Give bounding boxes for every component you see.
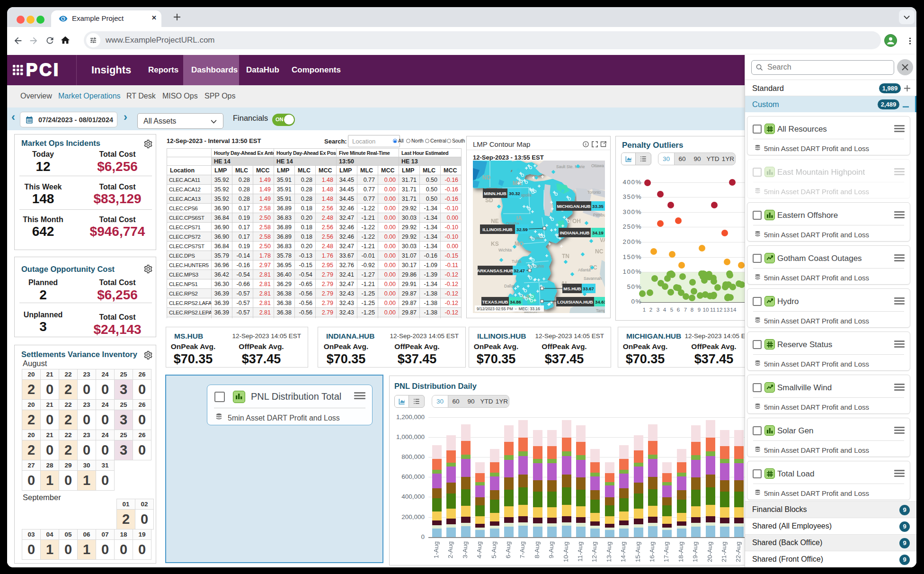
svg-text:32.47: 32.47 [514,268,525,273]
svg-text:TN: TN [562,253,569,260]
svg-text:34.63: 34.63 [595,299,605,305]
svg-text:NE: NE [491,218,499,224]
svg-text:33.35: 33.35 [592,204,604,209]
svg-text:MINN.HUB: MINN.HUB [484,191,506,196]
svg-text:Wichita: Wichita [498,248,512,252]
svg-text:MS.HUB: MS.HUB [563,286,581,291]
svg-text:ND: ND [482,174,491,181]
svg-text:Pittsbur: Pittsbur [593,213,605,217]
svg-text:TEXAS.HUB: TEXAS.HUB [482,299,508,305]
svg-text:Sault Ste. Marie: Sault Ste. Marie [556,164,585,169]
svg-text:34.19: 34.19 [592,230,604,235]
svg-text:SD: SD [485,197,493,204]
svg-text:34.86: 34.86 [510,299,521,305]
svg-text:Savannah: Savannah [584,276,602,281]
svg-text:9/12/2023 02:55 PM - MEC: 33: 9/12/2023 02:55 PM - MEC: 33.16 [477,306,540,311]
svg-text:32.59: 32.59 [516,227,528,232]
svg-text:Toronto: Toronto [587,190,601,195]
svg-text:LOUISIANA.HUB: LOUISIANA.HUB [557,299,593,305]
svg-text:VA: VA [600,237,605,243]
svg-text:NC: NC [595,248,604,255]
svg-text:ARKANSAS.HUB: ARKANSAS.HUB [477,268,513,273]
svg-text:KS: KS [491,241,499,247]
svg-text:33.67: 33.67 [583,286,594,291]
svg-text:INDIANA.HUB: INDIANA.HUB [560,230,590,235]
svg-text:IA: IA [516,215,522,222]
svg-text:Atlanta: Atlanta [578,268,591,272]
svg-text:OH: OH [572,218,581,224]
svg-text:Dallas: Dallas [504,284,515,288]
svg-text:Tulsa: Tulsa [512,259,522,264]
svg-text:Tamp: Tamp [596,308,605,313]
svg-text:MICHIGAN.HUB: MICHIGAN.HUB [557,204,590,209]
svg-text:Ottawa: Ottawa [591,163,604,168]
svg-text:ILLINOIS.HUB: ILLINOIS.HUB [482,227,512,232]
svg-text:30.32: 30.32 [509,191,520,196]
